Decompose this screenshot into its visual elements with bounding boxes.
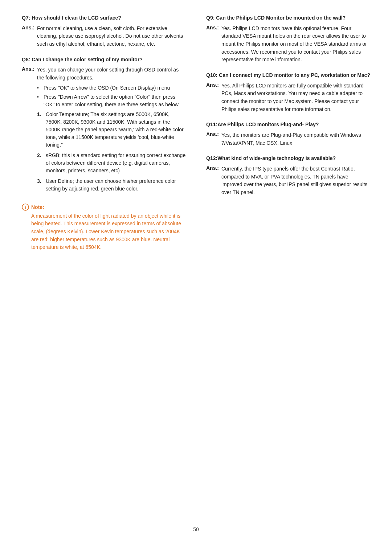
q7-text: How should I clean the LCD surface?: [30, 15, 121, 21]
ans9-label: Ans.:: [206, 25, 221, 64]
answer-q8: Ans.: Yes, you can change your color set…: [22, 66, 186, 195]
q11-text: Are Philips LCD monitors Plug-and- Play?: [217, 122, 319, 127]
left-column: Q7: How should I clean the LCD surface? …: [22, 15, 189, 516]
q8-text: Can I change the color setting of my mon…: [30, 57, 143, 62]
right-column: Q9: Can the Philips LCD Monitor be mount…: [203, 15, 370, 516]
page: Q7: How should I clean the LCD surface? …: [0, 0, 392, 554]
q9-label: Q9:: [206, 15, 215, 21]
ans10-text: Yes. All Philips LCD monitors are fully …: [221, 82, 370, 114]
q8-label: Q8:: [22, 57, 30, 62]
question-q9: Q9: Can the Philips LCD Monitor be mount…: [206, 15, 370, 22]
note-header: i Note:: [22, 204, 186, 211]
two-column-layout: Q7: How should I clean the LCD surface? …: [22, 15, 370, 516]
ans11-label: Ans.:: [206, 131, 221, 147]
question-q11: Q11:Are Philips LCD monitors Plug-and- P…: [206, 121, 370, 128]
bullet-item: Press "OK" to show the OSD (On Screen Di…: [37, 84, 186, 92]
qa-block-q9: Q9: Can the Philips LCD Monitor be mount…: [206, 15, 370, 64]
ans7-label: Ans.:: [22, 25, 37, 48]
qa-block-q8: Q8: Can I change the color setting of my…: [22, 56, 186, 196]
question-q8: Q8: Can I change the color setting of my…: [22, 56, 186, 63]
answer-q10: Ans.: Yes. All Philips LCD monitors are …: [206, 82, 370, 114]
qa-block-q10: Q10: Can I connect my LCD monitor to any…: [206, 72, 370, 113]
bullet-item: Press "Down Arrow" to select the option …: [37, 93, 186, 108]
note-icon: i: [22, 204, 29, 211]
ans10-label: Ans.:: [206, 82, 221, 114]
ans8-intro: Yes, you can change your color setting t…: [37, 67, 179, 81]
qa-block-q7: Q7: How should I clean the LCD surface? …: [22, 15, 186, 48]
q12-label: Q12:: [206, 155, 217, 161]
qa-block-q11: Q11:Are Philips LCD monitors Plug-and- P…: [206, 121, 370, 147]
q11-label: Q11:: [206, 122, 217, 127]
numbered-item: sRGB; this is a standard setting for ens…: [37, 152, 186, 175]
note-text: A measurement of the color of light radi…: [22, 212, 186, 251]
ans8-bullets: Press "OK" to show the OSD (On Screen Di…: [37, 84, 186, 108]
answer-q9: Ans.: Yes. Philips LCD monitors have thi…: [206, 25, 370, 64]
ans8-label: Ans.:: [22, 66, 37, 195]
numbered-item: User Define; the user can choose his/her…: [37, 177, 186, 193]
q10-text: Can I connect my LCD monitor to any PC, …: [217, 72, 370, 78]
ans12-label: Ans.:: [206, 165, 221, 197]
numbered-item: Color Temperature; The six settings are …: [37, 111, 186, 149]
answer-q11: Ans.: Yes, the monitors are Plug-and-Pla…: [206, 131, 370, 147]
ans11-text: Yes, the monitors are Plug-and-Play comp…: [221, 131, 370, 147]
q7-label: Q7:: [22, 15, 30, 21]
ans12-text: Currently, the IPS type panels offer the…: [221, 165, 370, 197]
answer-q7: Ans.: For normal cleaning, use a clean, …: [22, 25, 186, 48]
ans9-text: Yes. Philips LCD monitors have this opti…: [221, 25, 370, 64]
q12-text: What kind of wide-angle technology is av…: [217, 155, 336, 161]
ans7-text: For normal cleaning, use a clean, soft c…: [37, 25, 186, 48]
question-q10: Q10: Can I connect my LCD monitor to any…: [206, 72, 370, 79]
ans8-numbered: Color Temperature; The six settings are …: [37, 111, 186, 193]
question-q12: Q12:What kind of wide-angle technology i…: [206, 155, 370, 162]
page-number: 50: [22, 526, 370, 532]
answer-q12: Ans.: Currently, the IPS type panels off…: [206, 165, 370, 197]
ans8-content: Yes, you can change your color setting t…: [37, 66, 186, 195]
note-label: Note:: [31, 204, 44, 210]
note-block: i Note: A measurement of the color of li…: [22, 204, 186, 251]
q9-text: Can the Philips LCD Monitor be mounted o…: [215, 15, 346, 21]
svg-text:i: i: [25, 205, 26, 210]
qa-block-q12: Q12:What kind of wide-angle technology i…: [206, 155, 370, 196]
question-q7: Q7: How should I clean the LCD surface?: [22, 15, 186, 22]
q10-label: Q10:: [206, 72, 217, 78]
